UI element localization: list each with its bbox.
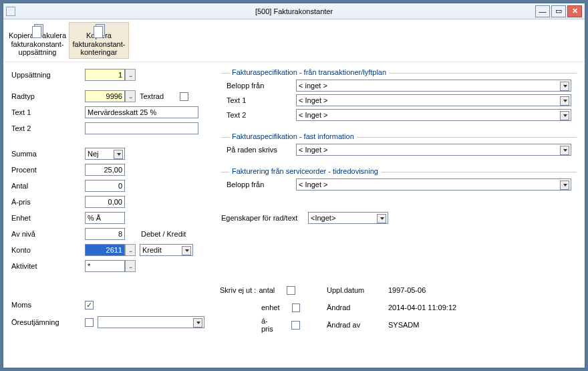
antal-input[interactable] xyxy=(85,180,125,192)
pa-raden-label: På raden skrivs xyxy=(227,146,296,154)
debet-kredit-select[interactable]: Kredit xyxy=(140,244,193,256)
text2-input[interactable] xyxy=(85,122,198,134)
apris-input[interactable] xyxy=(85,196,125,208)
uppl-datum-label: Uppl.datum xyxy=(327,286,388,294)
oresutjamning-label: Öresutjämning xyxy=(11,318,85,326)
moms-checkbox[interactable] xyxy=(85,301,94,310)
aktivitet-input[interactable] xyxy=(85,260,125,272)
egenskaper-select[interactable]: <Inget> xyxy=(308,212,388,224)
enhet-input[interactable] xyxy=(85,212,125,224)
andrad-label: Ändrad xyxy=(327,303,388,312)
skriv-antal-checkbox[interactable] xyxy=(287,286,295,295)
group-serviceorder: Fakturering från serviceorder - tidredov… xyxy=(221,166,577,196)
pa-raden-select[interactable]: < Inget > xyxy=(296,144,571,156)
group-spec-fast: Fakturaspecifikation - fast information … xyxy=(221,132,577,161)
summa-select[interactable]: Nej xyxy=(85,148,125,160)
group-serviceorder-title: Fakturering från serviceorder - tidredov… xyxy=(229,167,381,175)
oresutjamning-select[interactable] xyxy=(98,316,204,328)
procent-label: Procent xyxy=(11,166,85,174)
copy-konteringar-button[interactable]: Kopiera fakturakonstant- konteringar xyxy=(69,22,129,59)
egenskaper-label: Egenskaper för rad/text xyxy=(221,214,308,222)
uppsattning-picker[interactable] xyxy=(125,69,136,81)
oresutjamning-checkbox[interactable] xyxy=(85,318,94,327)
andrad-av-value: SYSADM xyxy=(388,321,419,329)
uppsattning-label: Uppsättning xyxy=(11,71,85,79)
skriv-enhet-checkbox[interactable] xyxy=(292,303,300,312)
belopp-fran-select[interactable]: < inget > xyxy=(296,80,571,92)
service-belopp-select[interactable]: < Inget > xyxy=(296,178,571,191)
konto-label: Konto xyxy=(11,246,85,254)
textrad-checkbox[interactable] xyxy=(180,92,188,101)
enhet-label: Enhet xyxy=(11,214,85,222)
aktivitet-picker[interactable] xyxy=(125,260,136,272)
av-niva-input[interactable] xyxy=(85,228,125,240)
uppsattning-input[interactable] xyxy=(85,69,125,81)
service-belopp-label: Belopp från xyxy=(227,180,296,189)
antal-label: Antal xyxy=(11,182,85,190)
uppl-datum-value: 1997-05-06 xyxy=(388,286,426,294)
skriv-ej-ut-label: Skriv ej ut : xyxy=(220,286,256,294)
close-button[interactable]: ✕ xyxy=(567,5,582,17)
moms-label: Moms xyxy=(11,301,85,309)
titlebar: [500] Fakturakonstanter — ▭ ✕ xyxy=(3,3,585,19)
summa-label: Summa xyxy=(11,150,85,158)
skriv-apris-label: á-pris xyxy=(261,317,279,333)
spec-text1-label: Text 1 xyxy=(227,96,296,104)
radtyp-label: Radtyp xyxy=(11,92,85,100)
text2-label: Text 2 xyxy=(11,124,85,132)
textrad-label: Textrad xyxy=(140,92,164,100)
maximize-button[interactable]: ▭ xyxy=(551,5,566,17)
app-window: [500] Fakturakonstanter — ▭ ✕ Kopiera/Ma… xyxy=(3,3,585,368)
window-title: [500] Fakturakonstanter xyxy=(3,7,585,15)
skriv-apris-checkbox[interactable] xyxy=(291,321,300,330)
ribbon-toolbar: Kopiera/Makulera fakturakonstant- uppsät… xyxy=(3,19,585,62)
belopp-fran-label: Belopp från xyxy=(227,82,296,90)
group-spec-fast-title: Fakturaspecifikation - fast information xyxy=(229,132,357,140)
spec-text1-select[interactable]: < Inget > xyxy=(296,94,571,106)
group-spec-transactions: Fakturaspecifikation - från transaktione… xyxy=(221,68,577,126)
av-niva-label: Av nivå xyxy=(11,230,85,238)
andrad-value: 2014-04-01 11:09:12 xyxy=(388,303,456,312)
apris-label: Á-pris xyxy=(11,198,85,206)
radtyp-picker[interactable] xyxy=(125,90,136,102)
skriv-enhet-label: enhet xyxy=(261,303,280,312)
debet-kredit-heading: Debet / Kredit xyxy=(141,230,186,238)
radtyp-input[interactable] xyxy=(85,90,125,102)
skriv-antal-label: antal xyxy=(259,286,275,294)
system-menu-icon[interactable] xyxy=(6,7,15,16)
konto-picker[interactable] xyxy=(125,244,136,256)
spec-text2-label: Text 2 xyxy=(227,111,296,119)
text1-label: Text 1 xyxy=(11,108,85,116)
aktivitet-label: Aktivitet xyxy=(11,262,85,270)
copy-makulera-button[interactable]: Kopiera/Makulera fakturakonstant- uppsät… xyxy=(7,22,67,59)
konto-input[interactable] xyxy=(85,244,125,256)
minimize-button[interactable]: — xyxy=(535,5,550,17)
group-spec-transactions-title: Fakturaspecifikation - från transaktione… xyxy=(229,68,389,76)
andrad-av-label: Ändrad av xyxy=(327,321,388,329)
text1-input[interactable] xyxy=(85,106,198,118)
procent-input[interactable] xyxy=(85,164,125,176)
spec-text2-select[interactable]: < Inget > xyxy=(296,109,571,121)
